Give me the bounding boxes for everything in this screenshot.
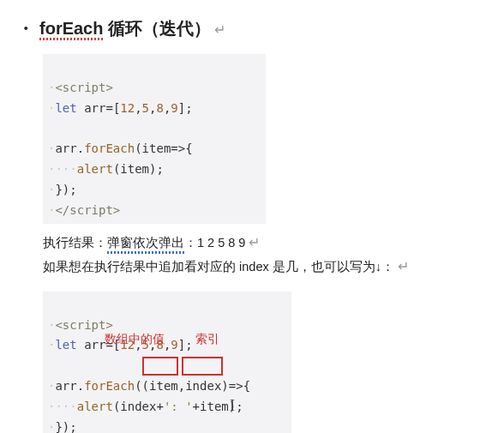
fn: alert: [77, 162, 113, 176]
num: 5: [142, 101, 149, 115]
text: ：1 2 5 8 9: [184, 236, 245, 250]
code: arr.: [55, 379, 84, 393]
result-text-1: 执行结果：弹窗依次弹出：1 2 5 8 9↵: [43, 231, 495, 254]
num: 9: [171, 101, 177, 115]
redbox-item: [142, 357, 178, 376]
fn: alert: [77, 400, 113, 413]
ws: ····: [48, 162, 77, 176]
code: )=>{: [221, 379, 250, 393]
text: 如果想在执行结果中追加看对应的 index 是几，也可以写为↓：: [43, 260, 394, 274]
code: (index+: [113, 400, 164, 413]
heading: ・forEach 循环（迭代）↵: [17, 17, 495, 40]
text-cursor-icon: I: [230, 393, 235, 419]
keyword: let: [55, 101, 76, 115]
redbox-index: [182, 357, 223, 376]
string: ': ': [164, 400, 193, 413]
text: 执行结果：: [43, 236, 107, 250]
code: +item);: [193, 400, 243, 413]
code: ((: [135, 379, 149, 393]
tag-close: </script>: [55, 203, 120, 217]
ws: ····: [48, 400, 77, 413]
tag-open: <script>: [55, 81, 112, 94]
code: arr=[: [77, 101, 121, 115]
code: arr.: [55, 141, 84, 155]
fn: forEach: [84, 379, 135, 393]
param-item: item: [149, 379, 178, 393]
code: ];: [178, 338, 193, 352]
code: ];: [178, 101, 193, 115]
carriage-icon: ↵: [214, 22, 225, 37]
code-block-1: ·<script> ·let arr=[12,5,8,9]; ·arr.forE…: [43, 54, 266, 224]
num: 8: [156, 101, 163, 115]
code-block-2: ·<script> ·let arr=[12,5,8,9]; ·arr.forE…: [43, 292, 291, 433]
num: 9: [171, 338, 177, 352]
text-squiggle: 弹窗依次弹出: [107, 232, 184, 254]
carriage-icon: ↵: [249, 235, 260, 250]
param-index: index: [185, 379, 221, 393]
bullet-icon: ・: [17, 19, 34, 38]
code: (item=>{: [135, 141, 192, 155]
keyword: let: [55, 338, 76, 352]
annotation-index: 索引: [195, 329, 219, 350]
fn: forEach: [84, 141, 135, 155]
num: 12: [120, 101, 135, 115]
heading-rest: 循环（迭代）: [103, 19, 211, 38]
code: ,: [135, 101, 141, 115]
heading-title: forEach: [39, 19, 103, 39]
result-text-2: 如果想在执行结果中追加看对应的 index 是几，也可以写为↓：↵: [43, 255, 495, 278]
annotation-value: 数组中的值: [105, 329, 165, 350]
code: (item);: [113, 162, 164, 176]
code: ,: [178, 379, 185, 393]
code: });: [55, 420, 76, 433]
carriage-icon: ↵: [398, 259, 409, 274]
code: });: [55, 183, 76, 196]
